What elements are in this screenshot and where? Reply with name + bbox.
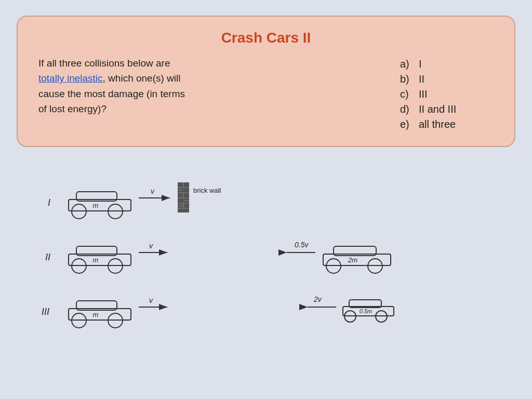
question-line2: totally inelastic, which one(s) will	[38, 71, 390, 86]
svg-text:v: v	[149, 296, 153, 304]
svg-text:m: m	[93, 202, 99, 209]
answer-e: e) all three	[400, 118, 494, 130]
answer-c: c) III	[400, 88, 494, 100]
question-text: If all three collisions below are totall…	[38, 56, 400, 117]
svg-text:2m: 2m	[348, 256, 357, 264]
option-text-a: I	[419, 58, 422, 70]
svg-text:m: m	[93, 256, 99, 264]
brick-wall-I	[178, 182, 189, 212]
answer-b: b) II	[400, 73, 494, 85]
svg-text:0.5m: 0.5m	[360, 308, 372, 314]
question-line2-suffix: , which one(s) will	[103, 73, 181, 84]
option-letter-a: a)	[400, 58, 415, 70]
page-title: Crash Cars II	[38, 30, 494, 46]
svg-text:v: v	[149, 242, 153, 250]
question-line1: If all three collisions below are	[38, 56, 390, 71]
answer-a: a) I	[400, 58, 494, 70]
scenario-label-I: I	[48, 197, 50, 208]
option-text-d: II and III	[419, 103, 456, 115]
question-box: Crash Cars II If all three collisions be…	[17, 16, 515, 147]
diagram-area: I m v	[17, 156, 515, 349]
option-letter-e: e)	[400, 118, 415, 130]
question-line3: cause the most damage (in terms	[38, 86, 390, 101]
option-letter-b: b)	[400, 73, 415, 85]
svg-text:0.5v: 0.5v	[295, 241, 309, 249]
option-letter-c: c)	[400, 88, 415, 100]
svg-text:2v: 2v	[313, 295, 322, 303]
svg-text:brick wall: brick wall	[193, 187, 221, 194]
question-line4: of lost energy)?	[38, 101, 390, 116]
scenario-label-II: II	[45, 252, 50, 262]
option-text-c: III	[419, 88, 428, 100]
answer-d: d) II and III	[400, 103, 494, 115]
option-text-b: II	[419, 73, 424, 85]
option-letter-d: d)	[400, 103, 415, 115]
option-text-e: all three	[419, 118, 456, 130]
scenario-label-III: III	[42, 307, 49, 317]
answer-options: a) I b) II c) III d) II and III	[400, 56, 494, 130]
svg-text:m: m	[93, 311, 99, 318]
diagram-svg: I m v	[17, 156, 515, 349]
inelastic-text: totally inelastic	[38, 73, 103, 84]
svg-text:v: v	[151, 187, 155, 195]
main-container: Crash Cars II If all three collisions be…	[0, 0, 532, 399]
